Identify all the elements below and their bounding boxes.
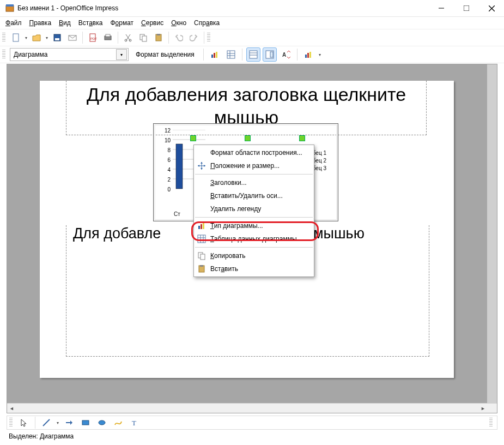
new-button[interactable] <box>9 31 23 45</box>
table-icon <box>196 233 207 244</box>
horizontal-scrollbar[interactable]: ◄ ► <box>7 403 488 413</box>
cm-position-size[interactable]: Положение и размер... <box>194 159 314 172</box>
scroll-left-icon[interactable]: ◄ <box>7 404 16 413</box>
new-dropdown[interactable]: ▾ <box>24 35 28 40</box>
copy-icon <box>196 250 207 261</box>
menu-insert[interactable]: Вставка <box>75 18 106 28</box>
ytick: 2 <box>162 177 171 183</box>
close-button[interactable] <box>479 0 504 16</box>
ellipse-tool[interactable] <box>95 416 109 430</box>
svg-rect-35 <box>309 52 311 58</box>
menubar: Файл Правка Вид Вставка Формат Сервис Ок… <box>0 17 504 29</box>
svg-rect-46 <box>198 235 205 243</box>
menu-format[interactable]: Формат <box>107 18 137 28</box>
menu-file[interactable]: Файл <box>2 18 25 28</box>
arrow-tool[interactable] <box>62 416 76 430</box>
element-combo[interactable]: Диаграмма ▾ <box>10 48 129 61</box>
toolbar-grip-2[interactable] <box>207 33 210 43</box>
pdf-button[interactable]: PDF <box>86 31 100 45</box>
legend-item: бец 3 <box>313 165 326 172</box>
drawing-toolbar: ▾ T <box>7 416 497 430</box>
copy-button[interactable] <box>136 31 150 45</box>
svg-rect-19 <box>157 34 160 35</box>
redo-button[interactable] <box>187 31 201 45</box>
open-dropdown[interactable]: ▾ <box>45 35 49 40</box>
vertical-scrollbar[interactable] <box>487 64 497 404</box>
cm-axes[interactable]: Вставить/Удалить оси... <box>194 189 314 202</box>
email-button[interactable] <box>65 31 80 45</box>
cm-delete-legend[interactable]: Удалить легенду <box>194 202 314 215</box>
status-text: Выделен: Диаграмма <box>9 432 74 440</box>
toolbar2-grip[interactable] <box>2 50 5 59</box>
cm-paste[interactable]: Вставить <box>194 262 314 275</box>
line-tool[interactable] <box>39 416 53 430</box>
cut-button[interactable] <box>121 31 135 45</box>
svg-point-14 <box>125 39 127 41</box>
chart-layout-dropdown[interactable]: ▾ <box>318 52 322 57</box>
paste-button[interactable] <box>151 31 166 45</box>
svg-text:T: T <box>132 419 136 427</box>
formatting-toolbar: Диаграмма ▾ Формат выделения A ▾ <box>0 46 504 63</box>
position-icon <box>196 160 207 171</box>
chart-data-button[interactable] <box>224 47 238 62</box>
drawbar-grip-2[interactable] <box>489 418 493 428</box>
menu-window[interactable]: Окно <box>168 18 190 28</box>
resize-handle[interactable] <box>190 135 196 141</box>
title-placeholder-text: Для добавления заголовка щелкните мышью <box>87 84 406 128</box>
drawbar-grip[interactable] <box>9 418 13 428</box>
chevron-down-icon[interactable]: ▾ <box>116 49 127 60</box>
ytick: 10 <box>162 137 171 143</box>
menu-view[interactable]: Вид <box>56 18 74 28</box>
svg-rect-1 <box>6 4 14 7</box>
svg-point-58 <box>99 420 105 425</box>
format-selection-button[interactable]: Формат выделения <box>131 48 199 61</box>
ytick: 4 <box>162 167 171 173</box>
hgrid-button[interactable] <box>246 47 260 62</box>
cm-chart-data-table[interactable]: Таблица данных диаграммы... <box>194 232 314 245</box>
svg-rect-3 <box>464 5 469 11</box>
menu-help[interactable]: Справка <box>191 18 223 28</box>
resize-handle[interactable] <box>299 135 305 141</box>
menu-edit[interactable]: Правка <box>26 18 55 28</box>
pointer-tool[interactable] <box>17 416 31 430</box>
scroll-corner <box>488 404 497 413</box>
svg-rect-23 <box>227 51 235 58</box>
open-button[interactable] <box>29 31 44 45</box>
maximize-button[interactable] <box>454 0 479 16</box>
chart-legend: бец 1 бец 2 бец 3 <box>313 149 326 172</box>
window-title: Без имени 1 - OpenOffice Impress <box>17 4 429 12</box>
print-button[interactable] <box>101 31 115 45</box>
svg-rect-43 <box>198 226 200 229</box>
statusbar: Выделен: Диаграмма <box>7 431 497 442</box>
svg-rect-8 <box>55 38 59 40</box>
paste-icon <box>196 263 207 274</box>
menu-tools[interactable]: Сервис <box>138 18 167 28</box>
freeform-tool[interactable] <box>111 416 125 430</box>
titlebar: Без имени 1 - OpenOffice Impress <box>0 0 504 17</box>
toolbar-grip[interactable] <box>2 33 5 43</box>
minimize-button[interactable] <box>429 0 454 16</box>
ytick: 0 <box>162 187 171 193</box>
cm-copy[interactable]: Копировать <box>194 249 314 262</box>
cm-chart-type[interactable]: Тип диаграммы... <box>194 219 314 232</box>
ytick: 12 <box>162 128 171 134</box>
legend-item: бец 2 <box>313 157 326 165</box>
chart-layout-button[interactable] <box>301 47 315 62</box>
legend-button[interactable] <box>263 47 277 62</box>
ytick: 8 <box>162 147 171 153</box>
resize-handle[interactable] <box>245 135 251 141</box>
chart-type-button[interactable] <box>208 47 222 62</box>
legend-item: бец 1 <box>313 149 326 157</box>
svg-rect-22 <box>216 52 217 58</box>
undo-button[interactable] <box>172 31 186 45</box>
text-tool[interactable]: T <box>127 416 142 430</box>
xlabel: Ст <box>174 211 180 217</box>
cm-titles[interactable]: Заголовки... <box>194 176 314 189</box>
rect-tool[interactable] <box>78 416 93 430</box>
svg-point-15 <box>129 39 131 41</box>
text-scale-button[interactable]: A <box>279 47 293 62</box>
cm-format-area[interactable]: Формат области построения... <box>194 146 314 159</box>
save-button[interactable] <box>50 31 64 45</box>
scroll-right-icon[interactable]: ► <box>478 404 488 413</box>
standard-toolbar: ▾ ▾ PDF <box>0 29 504 46</box>
